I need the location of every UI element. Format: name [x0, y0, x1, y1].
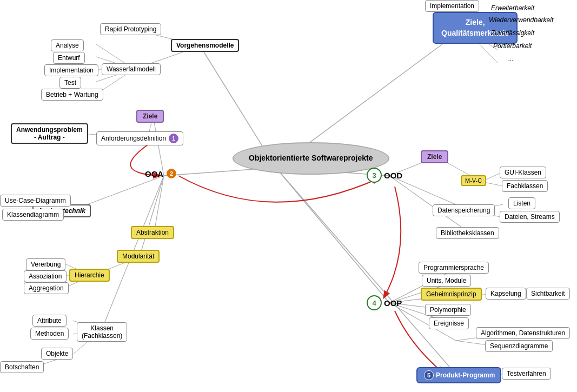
- mvc-label: M-V-C: [461, 175, 486, 186]
- analyse-node[interactable]: Analyse: [51, 39, 84, 51]
- kapselung-node[interactable]: Kapselung: [486, 288, 526, 300]
- ood-node[interactable]: 3 OOD: [367, 168, 402, 183]
- wiederverwendbarkeit-label: Wiederverwendbarkeit: [489, 16, 553, 24]
- bibliotheksklassen-label: Bibliotheksklassen: [436, 227, 499, 239]
- erweiterbarkeit-node[interactable]: Erweiterbarkeit: [491, 4, 534, 12]
- objekte-label: Objekte: [41, 348, 73, 360]
- portierbarkeit-label: Portierbarkeit: [493, 42, 532, 50]
- portierbarkeit-node[interactable]: Portierbarkeit: [493, 42, 532, 50]
- klassendiagramm-label: Klassendiagramm: [2, 209, 64, 221]
- ooa-badge: 2: [167, 169, 176, 178]
- anwendungsproblem-label: Anwendungsproblem- Auftrag -: [11, 123, 88, 144]
- center-label: Objektorientierte Softwareprojekte: [233, 142, 389, 175]
- botschaften-node[interactable]: Botschaften: [0, 361, 44, 373]
- units-module-node[interactable]: Units, Module: [422, 275, 471, 287]
- test-node[interactable]: Test: [59, 77, 81, 89]
- methoden-label: Methoden: [30, 328, 69, 340]
- vorgehensmodelle-node[interactable]: Vorgehensmodelle: [171, 39, 239, 52]
- gui-klassen-node[interactable]: GUI-Klassen: [500, 167, 546, 178]
- mindmap-canvas: Objektorientierte Softwareprojekte Vorge…: [0, 0, 577, 392]
- assoziation-node[interactable]: Assoziation: [24, 270, 67, 282]
- geheimnisprinzip-node[interactable]: Geheimnisprinzip: [421, 288, 482, 301]
- objekte-node[interactable]: Objekte: [41, 348, 73, 360]
- polymorphie-label: Polymorphie: [425, 304, 471, 316]
- sichtbarkeit-label: Sichtbarkeit: [526, 288, 570, 300]
- ziele-ood-label: Ziele: [421, 150, 448, 163]
- wiederverwendbarkeit-node[interactable]: Wiederverwendbarkeit: [489, 16, 553, 24]
- klassen-node[interactable]: Klassen(Fachklassen): [77, 322, 127, 342]
- ereignisse-label: Ereignisse: [429, 317, 469, 329]
- produkt-programm-node[interactable]: 5 Produkt-Programm: [416, 367, 501, 383]
- vererbung-label: Vererbung: [26, 258, 65, 270]
- use-case-label: Use-Case-Diagramm: [0, 195, 71, 207]
- implementation-wasser-label: Implementation: [44, 64, 98, 76]
- use-case-node[interactable]: Use-Case-Diagramm: [0, 195, 71, 207]
- botschaften-label: Botschaften: [0, 361, 44, 373]
- center-node[interactable]: Objektorientierte Softwareprojekte: [233, 142, 389, 175]
- datenspeicherung-label: Datenspeicherung: [433, 204, 495, 216]
- sequenzdiagramme-node[interactable]: Sequenzdiagramme: [485, 340, 553, 352]
- ziele-ood-node[interactable]: Ziele: [421, 150, 448, 163]
- datenspeicherung-node[interactable]: Datenspeicherung: [433, 204, 495, 216]
- implementation-oop-node[interactable]: Implementation: [425, 0, 479, 12]
- fachklassen-node[interactable]: Fachklassen: [502, 180, 548, 192]
- attribute-label: Attribute: [32, 315, 67, 327]
- anwendungsproblem-node[interactable]: Anwendungsproblem- Auftrag -: [11, 123, 88, 144]
- testverfahren-label: Testverfahren: [502, 368, 551, 380]
- programmiersprache-node[interactable]: Programmiersprache: [419, 262, 489, 274]
- algorithmen-node[interactable]: Algorithmen, Datenstrukturen: [476, 327, 570, 339]
- vererbung-node[interactable]: Vererbung: [26, 258, 65, 270]
- attribute-node[interactable]: Attribute: [32, 315, 67, 327]
- produkt-programm-label: 5 Produkt-Programm: [416, 367, 501, 383]
- sequenzdiagramme-label: Sequenzdiagramme: [485, 340, 553, 352]
- analyse-label: Analyse: [51, 39, 84, 51]
- oop-node[interactable]: 4 OOP: [367, 295, 402, 310]
- ereignisse-node[interactable]: Ereignisse: [429, 317, 469, 329]
- vorgehensmodelle-label: Vorgehensmodelle: [171, 39, 239, 52]
- betrieb-node[interactable]: Betrieb + Wartung: [41, 89, 103, 101]
- units-module-label: Units, Module: [422, 275, 471, 287]
- sichtbarkeit-node[interactable]: Sichtbarkeit: [526, 288, 570, 300]
- ooa-label: OOA 2: [145, 169, 176, 178]
- mvc-node[interactable]: M-V-C: [461, 175, 486, 186]
- rapid-prototyping-label: Rapid Prototyping: [100, 23, 161, 35]
- dateien-streams-label: Dateien, Streams: [500, 211, 560, 223]
- listen-label: Listen: [508, 197, 535, 209]
- implementation-oop-label: Implementation: [425, 0, 479, 12]
- listen-node[interactable]: Listen: [508, 197, 535, 209]
- anforderungsdefinition-label: Anforderungsdefinition 1: [96, 131, 183, 145]
- dateien-streams-node[interactable]: Dateien, Streams: [500, 211, 560, 223]
- test-label: Test: [59, 77, 81, 89]
- betrieb-label: Betrieb + Wartung: [41, 89, 103, 101]
- testverfahren-node[interactable]: Testverfahren: [502, 368, 551, 380]
- anforderungsdefinition-node[interactable]: Anforderungsdefinition 1: [96, 131, 183, 145]
- wasserfallmodell-label: Wasserfallmodell: [102, 63, 161, 75]
- implementation-wasser-node[interactable]: Implementation: [44, 64, 98, 76]
- wasserfallmodell-node[interactable]: Wasserfallmodell: [102, 63, 161, 75]
- klassendiagramm-node[interactable]: Klassendiagramm: [2, 209, 64, 221]
- polymorphie-node[interactable]: Polymorphie: [425, 304, 471, 316]
- bibliotheksklassen-node[interactable]: Bibliotheksklassen: [436, 227, 499, 239]
- entwurf-node[interactable]: Entwurf: [53, 52, 85, 64]
- abstraktion-node[interactable]: Abstraktion: [131, 226, 174, 239]
- zuverlaessigkeit-node[interactable]: Zuverlässigkeit: [491, 29, 534, 37]
- ood-badge: 3: [367, 168, 382, 183]
- abstraktion-label: Abstraktion: [131, 226, 174, 239]
- produkt-badge: 5: [424, 370, 434, 380]
- entwurf-label: Entwurf: [53, 52, 85, 64]
- gui-klassen-label: GUI-Klassen: [500, 167, 546, 178]
- fachklassen-label: Fachklassen: [502, 180, 548, 192]
- svg-line-20: [140, 176, 164, 257]
- ooa-node[interactable]: OOA 2: [145, 169, 176, 178]
- geheimnisprinzip-label: Geheimnisprinzip: [421, 288, 482, 301]
- rapid-prototyping-node[interactable]: Rapid Prototyping: [100, 23, 161, 35]
- methoden-node[interactable]: Methoden: [30, 328, 69, 340]
- hierarchie-node[interactable]: Hierarchie: [69, 269, 110, 282]
- erweiterbarkeit-label: Erweiterbarkeit: [491, 4, 534, 12]
- aggregation-label: Aggregation: [24, 282, 69, 294]
- svg-line-3: [276, 168, 389, 303]
- modularitaet-node[interactable]: Modularität: [117, 250, 160, 263]
- ood-label: 3 OOD: [367, 168, 402, 183]
- aggregation-node[interactable]: Aggregation: [24, 282, 69, 294]
- ziele-left-node[interactable]: Ziele: [136, 110, 164, 123]
